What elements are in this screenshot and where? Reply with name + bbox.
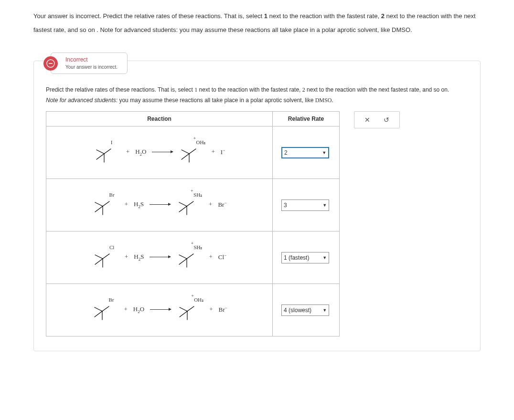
intro-mid1: next to the reaction with the fastest ra… (269, 12, 381, 20)
reagent: H2S (134, 253, 144, 262)
product-molecule: + SH₂ (176, 193, 203, 216)
svg-line-30 (180, 307, 187, 311)
instr-a: Predict the relative rates of these reac… (46, 86, 194, 93)
counter-ion: Cl− (218, 253, 226, 261)
svg-line-9 (189, 149, 196, 154)
reaction-cell: Cl + H2S + SH₂ + Cl− (46, 231, 273, 284)
incorrect-icon (43, 56, 58, 71)
intro-one: 1 (264, 12, 268, 20)
col-reaction: Reaction (46, 112, 273, 126)
plus-sign: + (209, 305, 213, 313)
reactant-molecule: Br (92, 193, 119, 216)
reaction-cell: Br + H2O + OH₂ + Br− (46, 284, 273, 336)
arrow-icon (150, 204, 171, 205)
rate-cell: 2 (273, 126, 340, 179)
plus-sign: + (125, 200, 128, 208)
leaving-group: Cl (109, 244, 114, 250)
intro-text: Your answer is incorrect. Predict the re… (33, 12, 264, 20)
svg-line-27 (95, 311, 102, 317)
col-rate: Relative Rate (273, 112, 340, 126)
rate-select[interactable]: 1 (fastest) (281, 252, 329, 263)
rate-cell: 4 (slowest) (273, 284, 340, 336)
svg-line-31 (180, 311, 187, 317)
product-group: OH₂ (196, 139, 205, 146)
charge-plus: + (191, 188, 193, 193)
svg-line-13 (103, 201, 109, 206)
badge-sub: Your answer is incorrect. (65, 64, 118, 71)
charge-plus: + (193, 136, 196, 141)
reaction-table: Reaction Relative Rate I + H2O (46, 111, 340, 336)
counter-ion: I− (221, 148, 225, 156)
table-row: I + H2O + OH₂ + I− 2 (46, 126, 340, 179)
reaction-cell: Br + H2S + SH₂ + Br− (46, 179, 273, 231)
svg-line-10 (95, 202, 103, 206)
svg-line-19 (95, 259, 103, 264)
reset-button[interactable]: ↺ (382, 116, 391, 124)
svg-line-3 (96, 154, 104, 159)
plus-sign: + (209, 200, 212, 208)
svg-line-6 (182, 150, 189, 154)
svg-line-26 (95, 307, 102, 311)
instr-dmso: DMSO (315, 97, 332, 104)
leaving-group: Br (109, 192, 115, 198)
rate-cell: 3 (273, 179, 340, 231)
close-button[interactable]: ✕ (363, 116, 372, 124)
feedback-intro: Your answer is incorrect. Predict the re… (33, 10, 481, 37)
svg-line-15 (179, 206, 187, 212)
leaving-group: Br (109, 297, 114, 303)
arrow-icon (150, 257, 171, 257)
plus-sign: + (209, 253, 212, 261)
reaction-cell: I + H2O + OH₂ + I− (46, 126, 273, 179)
reagent: H2O (133, 305, 144, 314)
svg-line-14 (179, 202, 187, 206)
svg-line-11 (95, 206, 103, 212)
arrow-icon (150, 309, 171, 310)
question-panel: Incorrect Your answer is incorrect. Pred… (33, 61, 481, 351)
reagent: H2S (134, 200, 144, 209)
svg-line-7 (182, 154, 189, 159)
product-molecule: + OH₂ (177, 298, 203, 321)
svg-line-33 (187, 306, 194, 311)
counter-ion: Br− (218, 200, 226, 209)
instructions: Predict the relative rates of these reac… (46, 85, 468, 105)
instr-note-label: Note for advanced students: (46, 97, 118, 104)
instr-b: next to the reaction with the fastest ra… (199, 86, 302, 93)
plus-sign: + (124, 305, 128, 313)
reagent: H2O (135, 148, 146, 157)
charge-plus: + (191, 293, 194, 298)
badge-title: Incorrect (65, 56, 118, 64)
svg-line-22 (179, 255, 187, 259)
reactant-molecule: I (94, 140, 120, 163)
rate-select[interactable]: 3 (281, 200, 329, 211)
svg-line-23 (179, 259, 187, 264)
status-badge: Incorrect Your answer is incorrect. (43, 52, 128, 74)
table-row: Br + H2O + OH₂ + Br− 4 (slowest) (46, 284, 340, 336)
svg-line-18 (95, 255, 103, 259)
plus-sign: + (125, 253, 128, 261)
instr-c: next to the reaction with the next faste… (307, 86, 449, 93)
product-group: SH₂ (193, 244, 202, 251)
arrow-icon (152, 152, 173, 152)
reactant-molecule: Cl (92, 245, 119, 268)
rate-select[interactable]: 2 (281, 147, 329, 158)
table-row: Br + H2S + SH₂ + Br− 3 (46, 179, 340, 231)
product-molecule: + OH₂ (179, 140, 205, 163)
counter-ion: Br− (218, 305, 227, 314)
svg-line-2 (96, 150, 104, 154)
svg-line-25 (187, 254, 193, 259)
table-row: Cl + H2S + SH₂ + Cl− 1 (fastest) (46, 231, 340, 284)
instr-period: . (332, 97, 333, 104)
product-molecule: + SH₂ (176, 245, 203, 268)
reactant-molecule: Br (92, 298, 118, 321)
plus-sign: + (211, 148, 214, 156)
toolbox: ✕ ↺ (354, 111, 400, 128)
svg-line-5 (104, 149, 111, 154)
instr-two: 2 (302, 86, 305, 93)
charge-plus: + (191, 241, 193, 246)
svg-line-29 (102, 306, 109, 311)
rate-select[interactable]: 4 (slowest) (281, 304, 329, 316)
leaving-group: I (111, 139, 113, 145)
intro-two: 2 (381, 12, 385, 20)
svg-line-21 (103, 254, 109, 259)
plus-sign: + (126, 148, 129, 156)
